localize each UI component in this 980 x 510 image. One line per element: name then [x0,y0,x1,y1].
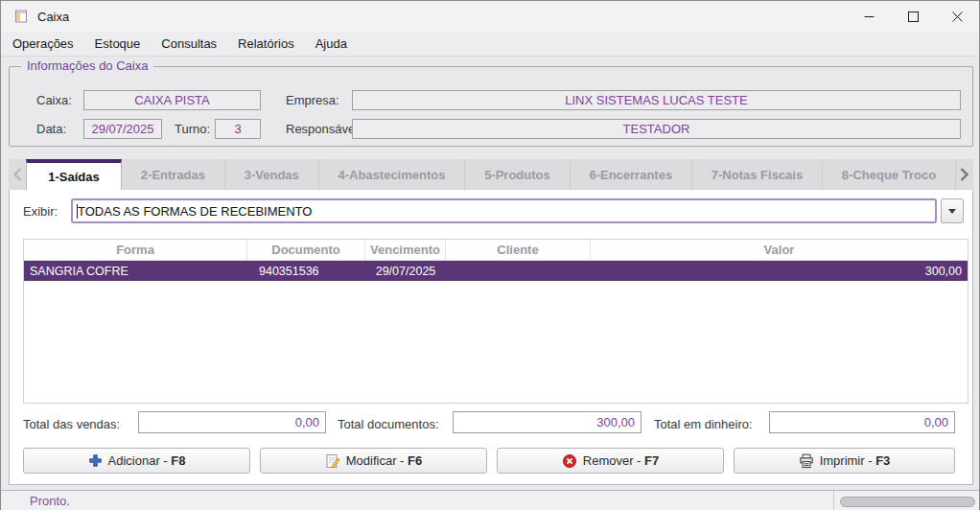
column-header-vencimento[interactable]: Vencimento [365,240,446,260]
groupbox-legend: Informações do Caixa [21,58,153,73]
info-groupbox: Informações do Caixa Caixa: CAIXA PISTA … [9,66,973,147]
modificar-key: F6 [408,453,422,468]
remove-icon [562,453,577,469]
tab-entradas[interactable]: 2-Entradas [122,159,225,190]
tab-abastecimentos[interactable]: 4-Abastecimentos [319,159,466,190]
modificar-button[interactable]: Modificar - F6 [260,448,487,474]
total-vendas-field: 0,00 [138,411,326,433]
modificar-label: Modificar - [346,453,408,468]
tab-strip: 1-Saídas 2-Entradas 3-Vendas 4-Abastecim… [9,159,973,190]
remover-button[interactable]: Remover - F7 [497,448,724,474]
menu-consultas[interactable]: Consultas [151,32,227,56]
cell-vencimento: 29/07/2025 [365,265,446,278]
column-header-cliente[interactable]: Cliente [446,240,591,260]
tab-produtos[interactable]: 5-Produtos [465,159,570,190]
total-dinheiro-label: Total em dinheiro: [654,413,753,435]
statusbar-divider [833,491,834,510]
printer-icon [799,453,814,469]
horizontal-scrollbar-thumb[interactable] [840,497,975,507]
close-button[interactable] [935,1,979,32]
total-documentos-field: 300,00 [453,411,642,433]
status-text: Pronto. [30,494,70,508]
menu-relatorios[interactable]: Relatórios [227,32,305,56]
adicionar-label: Adicionar - [108,453,172,468]
cell-valor: 300,00 [591,265,968,278]
column-header-forma[interactable]: Forma [24,240,247,260]
column-header-documento[interactable]: Documento [247,240,365,260]
tab-vendas[interactable]: 3-Vendas [225,159,319,190]
chevron-down-icon [948,209,956,214]
tab-scroll-left[interactable] [9,159,26,190]
remover-key: F7 [644,453,659,468]
total-vendas-label: Total das vendas: [23,413,120,435]
tab-encerrantes[interactable]: 6-Encerrantes [571,159,692,190]
data-label: Data: [36,119,66,139]
window-title: Caixa [37,10,69,24]
data-field: 29/07/2025 [83,119,162,139]
caixa-label: Caixa: [36,90,72,110]
turno-field: 3 [215,119,261,139]
responsavel-label: Responsável: [286,119,362,139]
cell-forma: SANGRIA COFRE [24,265,247,278]
tab-cheque-troco[interactable]: 8-Cheque Troco [823,159,956,190]
table-row-selected[interactable]: SANGRIA COFRE 940351536 29/07/2025 300,0… [24,261,968,281]
adicionar-key: F8 [171,453,185,468]
imprimir-button[interactable]: Imprimir - F3 [734,448,955,474]
exibir-combobox-value: TODAS AS FORMAS DE RECEBIMENTO [78,204,312,219]
imprimir-key: F3 [875,453,890,468]
menu-estoque[interactable]: Estoque [84,32,152,56]
menu-bar: Operações Estoque Consultas Relatórios A… [1,32,979,57]
minimize-button[interactable] [847,1,891,32]
maximize-button[interactable] [891,1,935,32]
exibir-dropdown-button[interactable] [941,198,964,223]
app-icon [13,9,29,24]
adicionar-button[interactable]: Adicionar - F8 [23,448,250,474]
empresa-label: Empresa: [286,90,339,110]
menu-operacoes[interactable]: Operações [2,32,84,56]
menu-ajuda[interactable]: Ajuda [305,32,358,56]
cell-documento: 940351536 [247,265,365,278]
turno-label: Turno: [175,119,210,139]
caixa-field: CAIXA PISTA [83,90,261,110]
documents-table: Forma Documento Vencimento Cliente Valor… [23,239,968,404]
tab-saidas[interactable]: 1-Saídas [26,159,122,190]
tab-scroll-right[interactable] [956,159,973,190]
empresa-field: LINX SISTEMAS LUCAS TESTE [352,90,961,110]
total-documentos-label: Total documentos: [338,413,439,435]
exibir-combobox-input[interactable]: TODAS AS FORMAS DE RECEBIMENTO [71,198,937,223]
total-dinheiro-field: 0,00 [769,411,955,433]
responsavel-field: TESTADOR [352,119,961,139]
exibir-label: Exibir: [23,204,58,219]
status-bar: Pronto. [1,490,979,510]
column-header-valor[interactable]: Valor [591,240,968,260]
edit-icon [325,453,340,469]
tab-notas-fiscais[interactable]: 7-Notas Fiscais [692,159,823,190]
plus-icon [88,453,103,468]
remover-label: Remover - [583,453,644,468]
imprimir-label: Imprimir - [820,453,876,468]
tab-content-panel: Exibir: TODAS AS FORMAS DE RECEBIMENTO F… [9,190,973,485]
table-header: Forma Documento Vencimento Cliente Valor [24,240,968,261]
title-bar: Caixa [1,1,979,32]
app-window: Caixa Operações Estoque Consultas Relató… [0,0,980,510]
